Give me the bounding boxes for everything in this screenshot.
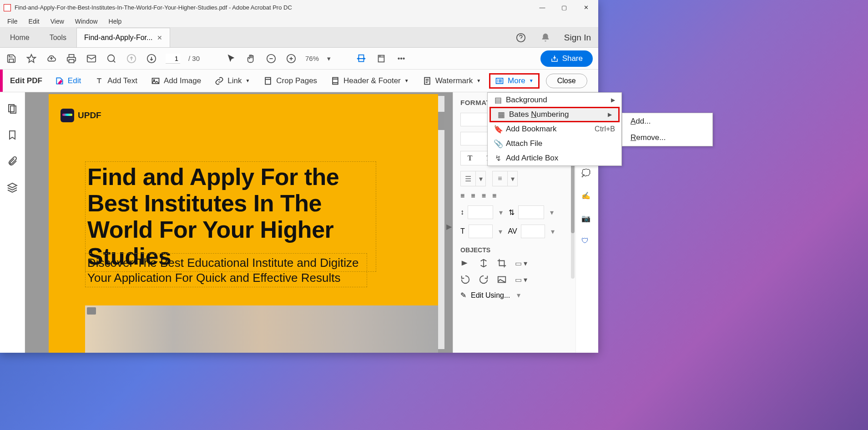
bookmarks-icon[interactable] — [7, 130, 18, 142]
doc-image-placeholder[interactable] — [85, 305, 438, 353]
link-icon — [215, 76, 224, 85]
paperclip-icon: 📎 — [493, 139, 503, 149]
tab-close-icon[interactable]: ✕ — [157, 34, 162, 41]
tab-document-active[interactable]: Find-and-Apply-For... ✕ — [76, 28, 170, 47]
close-window-button[interactable]: ✕ — [579, 2, 593, 13]
add-image-tool[interactable]: Add Image — [146, 74, 207, 88]
bullet-list-button[interactable]: ☰▾ — [460, 171, 486, 186]
layers-icon[interactable] — [7, 182, 18, 195]
align-justify-button[interactable]: ≡ — [492, 192, 496, 200]
menu-edit[interactable]: Edit — [23, 16, 45, 27]
sign-icon[interactable]: ✍ — [581, 191, 593, 203]
scrollbar[interactable] — [438, 96, 444, 349]
align-right-button[interactable]: ≡ — [482, 192, 486, 200]
cloud-upload-icon[interactable] — [45, 53, 57, 65]
document-viewport[interactable]: UPDF Find and Apply For the Best Institu… — [25, 92, 453, 353]
kerning-input[interactable] — [521, 225, 545, 238]
more-label: More — [508, 76, 525, 85]
collapse-right-icon[interactable]: ▶ — [446, 220, 452, 233]
doc-subheading[interactable]: Discover The Best Educational Institute … — [85, 253, 367, 287]
print-icon[interactable] — [66, 53, 77, 65]
share-icon — [550, 55, 559, 63]
fit-width-icon[interactable] — [355, 53, 367, 65]
tab-home[interactable]: Home — [0, 28, 40, 47]
close-editbar-button[interactable]: Close — [546, 74, 587, 88]
para-spacing-input[interactable] — [518, 205, 544, 219]
chevron-down-icon[interactable]: ▾ — [515, 291, 523, 300]
menu-file[interactable]: File — [2, 16, 23, 27]
zoom-out-icon[interactable] — [265, 53, 277, 65]
link-tool[interactable]: Link ▼ — [209, 74, 255, 88]
hscale-button[interactable]: T — [460, 227, 465, 235]
flip-h-button[interactable] — [460, 258, 470, 268]
flip-v-button[interactable] — [479, 258, 489, 268]
page-number-input[interactable] — [166, 54, 180, 64]
line-spacing-button[interactable]: ↕ — [460, 208, 464, 216]
zoom-in-icon[interactable] — [285, 53, 297, 65]
thumbnails-icon[interactable] — [7, 103, 18, 116]
menu-add-bookmark[interactable]: 🔖 Add Bookmark Ctrl+B — [488, 122, 621, 136]
bookmark-icon: 🔖 — [493, 125, 503, 134]
bold-button[interactable]: T — [461, 151, 479, 165]
hand-icon[interactable] — [245, 53, 257, 65]
scroll-thumb[interactable] — [438, 112, 444, 130]
menu-attach-file[interactable]: 📎 Attach File — [488, 136, 621, 151]
attachments-icon[interactable] — [7, 156, 18, 169]
mail-icon[interactable] — [86, 53, 97, 65]
pointer-icon[interactable] — [225, 53, 237, 65]
fit-page-icon[interactable] — [375, 53, 387, 65]
align-objects-button[interactable]: ▭ ▾ — [515, 275, 527, 284]
page-up-icon[interactable] — [126, 53, 137, 65]
para-spacing-button[interactable]: ⇅ — [509, 208, 515, 217]
watermark-tool[interactable]: Watermark ▼ — [417, 74, 486, 88]
image-icon — [151, 76, 160, 85]
rotate-ccw-button[interactable] — [460, 275, 470, 285]
add-text-tool[interactable]: Add Text — [89, 74, 143, 88]
scan-ocr-icon[interactable]: 📷 — [581, 214, 593, 226]
comment-icon[interactable]: 💭 — [581, 169, 593, 180]
menu-help[interactable]: Help — [103, 16, 127, 27]
more-button[interactable]: More ▼ — [489, 73, 540, 89]
objects-title: OBJECTS — [460, 246, 568, 254]
edit-using-button[interactable]: Edit Using... — [471, 291, 510, 300]
menu-add-article-box[interactable]: ↯ Add Article Box — [488, 151, 621, 165]
page-total-label: / 30 — [188, 55, 200, 62]
search-icon[interactable] — [106, 53, 117, 65]
zoom-select[interactable]: 76%▾ — [305, 55, 331, 63]
save-icon[interactable] — [5, 53, 17, 65]
tab-tools[interactable]: Tools — [40, 28, 76, 47]
shortcut-label: Ctrl+B — [595, 125, 615, 133]
numbered-list-button[interactable]: ≡▾ — [492, 171, 518, 186]
star-icon[interactable] — [25, 53, 37, 65]
rotate-cw-button[interactable] — [479, 275, 489, 285]
submenu-add[interactable]: Add... — [622, 113, 712, 130]
replace-image-button[interactable] — [497, 275, 507, 285]
more-tools-icon[interactable]: ••• — [395, 53, 407, 65]
text-icon — [95, 76, 104, 85]
bell-icon[interactable] — [540, 32, 551, 44]
header-footer-tool[interactable]: Header & Footer ▼ — [325, 74, 414, 88]
protect-icon[interactable]: 🛡 — [581, 237, 593, 249]
page-down-icon[interactable] — [146, 53, 157, 65]
submenu-remove[interactable]: Remove... — [622, 130, 712, 146]
menu-bates-numbering[interactable]: ▦ Bates Numbering ▶ — [490, 107, 620, 122]
sign-in-link[interactable]: Sign In — [564, 33, 591, 43]
align-center-button[interactable]: ≡ — [471, 192, 475, 200]
share-button[interactable]: Share — [540, 50, 593, 67]
edit-tool[interactable]: Edit — [50, 74, 86, 88]
image-handle-icon — [87, 307, 96, 315]
crop-object-button[interactable] — [497, 258, 507, 268]
minimize-button[interactable]: — — [535, 2, 549, 13]
help-icon[interactable] — [515, 32, 527, 44]
kerning-button[interactable]: AV — [508, 227, 517, 235]
maximize-button[interactable]: ▢ — [557, 2, 571, 13]
hscale-input[interactable] — [469, 225, 493, 238]
align-left-button[interactable]: ≡ — [460, 192, 464, 200]
menu-view[interactable]: View — [45, 16, 70, 27]
crop-tool[interactable]: Crop Pages — [258, 74, 323, 88]
left-nav-rail — [0, 92, 25, 353]
menu-window[interactable]: Window — [70, 16, 103, 27]
line-spacing-input[interactable] — [468, 205, 493, 219]
arrange-button[interactable]: ▭ ▾ — [515, 259, 527, 268]
menu-background[interactable]: ▤ Background ▶ — [488, 93, 621, 107]
